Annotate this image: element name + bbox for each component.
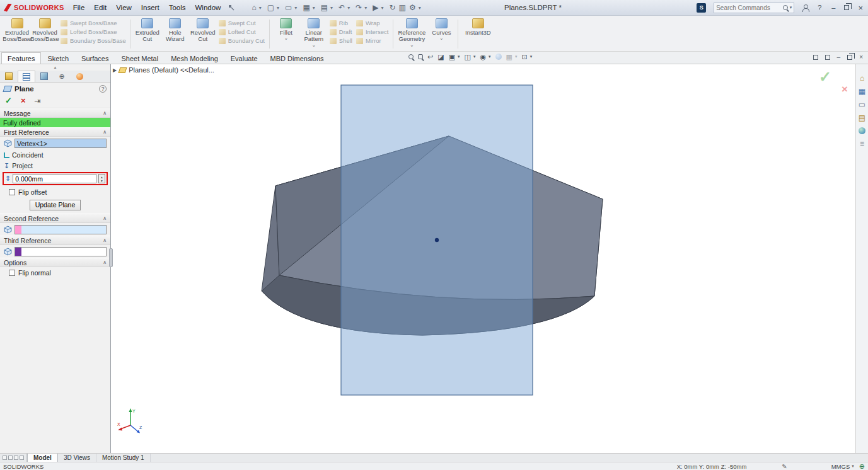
feature-tree-breadcrumb[interactable]: ▶ Planes (Default) <<Defaul... (113, 66, 214, 74)
view-settings-dropdown-icon[interactable]: ▾ (530, 54, 533, 59)
reference-geometry-flyout-icon[interactable]: ⌄ (410, 43, 414, 47)
shell-button[interactable]: Shell (328, 37, 354, 44)
rib-button[interactable]: Rib (328, 20, 354, 26)
help-icon[interactable]: ? (99, 85, 107, 93)
tab-sheet-metal[interactable]: Sheet Metal (115, 52, 165, 64)
solidworks-resources-icon[interactable]: ⌂ (860, 74, 864, 82)
doc-restore-icon[interactable] (847, 55, 852, 60)
collapse-chevron-icon[interactable]: ∧ (103, 110, 107, 116)
view-settings-icon[interactable]: ⊡ (522, 53, 528, 60)
offset-distance-input[interactable] (13, 174, 96, 183)
save-dropdown-icon[interactable]: ▾ (313, 5, 315, 11)
redo-dropdown-icon[interactable]: ▾ (364, 5, 367, 11)
tab-sketch[interactable]: Sketch (41, 52, 75, 64)
second-reference-selection-field[interactable] (14, 225, 107, 234)
search-icon[interactable] (783, 5, 788, 10)
command-search-box[interactable]: ▾ (714, 3, 794, 13)
doc-split-icon[interactable] (825, 55, 830, 60)
third-reference-selection-field[interactable] (14, 247, 107, 256)
swept-cut-button[interactable]: Swept Cut (217, 20, 266, 26)
tab-surfaces[interactable]: Surfaces (75, 52, 115, 64)
boundary-cut-button[interactable]: Boundary Cut (217, 37, 266, 44)
edit-appearance-icon[interactable] (495, 54, 502, 60)
doc-close-icon[interactable]: × (859, 54, 863, 60)
update-plane-button[interactable]: Update Plane (30, 200, 81, 210)
propertymanager-tab[interactable] (18, 71, 35, 82)
graphics-viewport[interactable]: ▶ Planes (Default) <<Defaul... ✓ × Y X Z (111, 64, 855, 453)
view-palette-icon[interactable]: ▤ (859, 114, 865, 122)
print-dropdown-icon[interactable]: ▾ (330, 5, 333, 11)
flip-normal-checkbox[interactable] (9, 270, 15, 276)
menu-edit[interactable]: Edit (94, 4, 107, 11)
collapse-chevron-icon[interactable]: ∧ (103, 215, 107, 221)
offset-spinner[interactable]: ▴ ▾ (98, 174, 105, 183)
keep-visible-pin-icon[interactable]: ⇥ (35, 96, 41, 105)
curves-button[interactable]: Curves ⌄ (428, 17, 454, 40)
search-dropdown-icon[interactable]: ▾ (790, 5, 792, 10)
options-gear-icon[interactable]: ⚙ (408, 4, 417, 11)
apply-scene-icon[interactable]: ▦ (506, 53, 512, 60)
save-icon[interactable]: ▦ (302, 4, 310, 11)
appearances-scenes-icon[interactable] (859, 127, 865, 134)
pane-split-icon[interactable] (8, 456, 13, 460)
project-constraint-row[interactable]: ↧ Project (0, 160, 110, 171)
redo-icon[interactable]: ↷ (355, 4, 362, 11)
units-selector[interactable]: MMGS ▾ (831, 463, 854, 470)
view-orientation-dropdown-icon[interactable]: ▾ (458, 54, 460, 59)
boundary-boss-base-button[interactable]: Boundary Boss/Base (59, 37, 127, 44)
options-dropdown-icon[interactable]: ▾ (419, 5, 421, 11)
new-document-icon[interactable]: ▢ (267, 4, 275, 11)
undo-icon[interactable]: ↶ (338, 4, 345, 11)
menu-view[interactable]: View (116, 4, 132, 11)
tab-3d-views[interactable]: 3D Views (58, 454, 96, 462)
linear-pattern-button[interactable]: LinearPattern ⌄ (301, 17, 327, 47)
panel-scroll-up-icon[interactable]: ▴ (0, 64, 110, 71)
draft-button[interactable]: Draft (328, 28, 354, 35)
intersect-button[interactable]: Intersect (355, 28, 390, 35)
hole-wizard-button[interactable]: HoleWizard (162, 17, 188, 43)
confirmation-corner-cancel-icon[interactable]: × (842, 83, 848, 96)
first-reference-section-header[interactable]: First Reference ∧ (0, 127, 110, 137)
print-icon[interactable]: ▤ (320, 4, 328, 11)
tree-flyout-arrow-icon[interactable]: ▶ (113, 67, 117, 73)
tab-mesh-modeling[interactable]: Mesh Modeling (165, 52, 224, 64)
collapse-chevron-icon[interactable]: ∧ (103, 260, 107, 265)
file-explorer-icon[interactable]: ▭ (859, 101, 865, 108)
design-library-icon[interactable]: ▦ (859, 88, 865, 95)
file-properties-icon[interactable]: ▥ (398, 4, 407, 11)
home-dropdown-icon[interactable]: ▾ (259, 5, 262, 11)
minimize-button[interactable]: – (830, 4, 836, 11)
help-icon[interactable]: ? (816, 4, 823, 11)
wrap-button[interactable]: Wrap (355, 20, 390, 26)
apply-scene-dropdown-icon[interactable]: ▾ (515, 54, 518, 59)
tab-motion-study-1[interactable]: Motion Study 1 (96, 454, 151, 462)
search-input[interactable] (716, 4, 780, 11)
second-reference-section-header[interactable]: Second Reference ∧ (0, 214, 110, 223)
doc-pane-icon[interactable] (813, 55, 818, 60)
curves-flyout-icon[interactable]: ⌄ (439, 36, 444, 40)
reference-geometry-button[interactable]: ReferenceGeometry ⌄ (396, 17, 427, 47)
menu-insert[interactable]: Insert (141, 4, 159, 11)
first-reference-selection-field[interactable]: Vertex<1> (14, 139, 107, 148)
flip-offset-checkbox[interactable] (9, 189, 15, 195)
panel-splitter-handle[interactable] (109, 248, 113, 267)
open-icon[interactable]: ▭ (284, 4, 292, 11)
tab-mbd-dimensions[interactable]: MBD Dimensions (264, 52, 330, 64)
undo-dropdown-icon[interactable]: ▾ (347, 5, 350, 11)
swept-boss-base-button[interactable]: Swept Boss/Base (59, 20, 127, 26)
zoom-fit-icon[interactable] (408, 54, 414, 59)
doc-minimize-icon[interactable]: – (837, 54, 841, 60)
hide-show-dropdown-icon[interactable]: ▾ (489, 54, 491, 59)
featuremanager-tab[interactable] (0, 71, 18, 82)
pane-split-icon[interactable] (20, 456, 24, 460)
tab-model[interactable]: Model (27, 454, 58, 462)
tab-features[interactable]: Features (1, 52, 41, 64)
select-icon[interactable]: ▶ (372, 4, 379, 11)
open-dropdown-icon[interactable]: ▾ (294, 5, 297, 11)
menu-tools[interactable]: Tools (169, 4, 186, 11)
collapse-chevron-icon[interactable]: ∧ (103, 129, 107, 135)
options-section-header[interactable]: Options ∧ (0, 258, 110, 267)
dimxpertmanager-tab[interactable]: ⊕ (53, 71, 71, 82)
rebuild-icon[interactable]: ↻ (389, 4, 396, 11)
hide-show-items-icon[interactable]: ◉ (480, 53, 486, 60)
